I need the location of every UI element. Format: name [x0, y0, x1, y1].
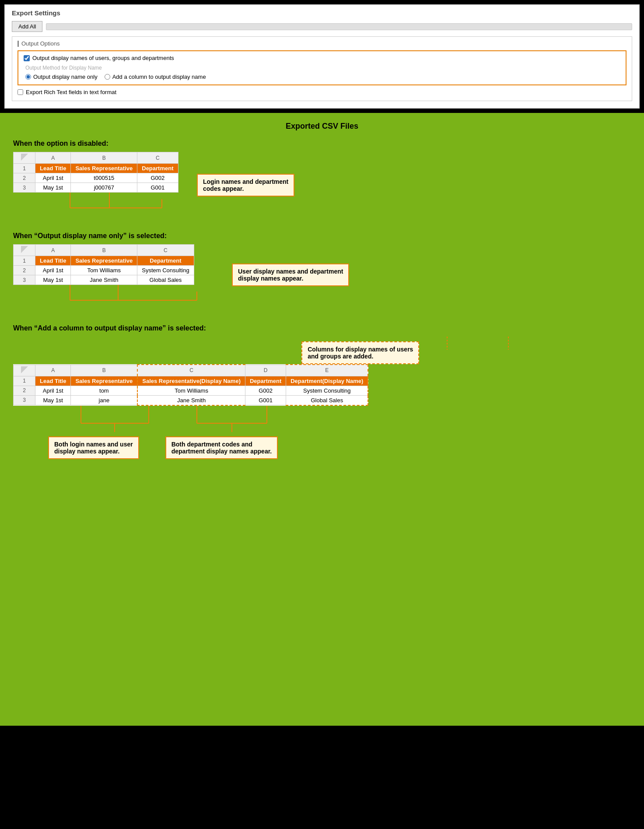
col-a-header-2: A [35, 245, 71, 256]
col-c-header: C [137, 152, 178, 164]
section-disabled: When the option is disabled: A B C [13, 140, 631, 219]
col-b-header-2: B [71, 245, 137, 256]
cell-3b-3: jane [71, 395, 137, 405]
table-row: 1 Lead Title Sales Representative Sales … [14, 376, 368, 386]
cell-3e-3: Global Sales [286, 395, 368, 405]
export-settings-panel: Export Settings Add All Output Options O… [4, 4, 640, 109]
section-add-column: When “Add a column to output display nam… [13, 324, 631, 502]
csv-files-title: Exported CSV Files [13, 122, 631, 131]
cell-2a: April 1st [35, 173, 71, 183]
table-row: 1 Lead Title Sales Representative Depart… [14, 256, 194, 266]
row-num-3: 3 [14, 275, 35, 285]
export-rich-text-row: Export Rich Text fields in text format [18, 89, 626, 95]
table-add-column: A B C D E 1 Lead Title Sales Representat… [13, 364, 368, 406]
cell-3a: May 1st [35, 183, 71, 193]
section1-heading: When the option is disabled: [13, 140, 631, 148]
cell-1b: Sales Representative [71, 164, 137, 173]
cell-1c: Department [137, 256, 194, 266]
checkbox-display-names[interactable] [24, 55, 30, 61]
cell-3a-3: May 1st [35, 395, 71, 405]
cell-2e-3: System Consulting [286, 386, 368, 395]
radio-display-name-only[interactable] [25, 74, 31, 80]
corner-header-2 [14, 245, 35, 256]
table-row: 3 May 1st j000767 G001 [14, 183, 178, 193]
cell-1a: Lead Title [35, 164, 71, 173]
radio-add-column[interactable] [105, 74, 110, 80]
cell-2c: G002 [137, 173, 178, 183]
cell-1c-3: Sales Representative(Display Name) [137, 376, 245, 386]
col-a-header: A [35, 152, 71, 164]
table-row: 2 April 1st tom Tom Williams G002 System… [14, 386, 368, 395]
table-row: 2 April 1st Tom Williams System Consulti… [14, 266, 194, 275]
checkbox-rich-text-label: Export Rich Text fields in text format [26, 89, 116, 95]
cell-3c-3: Jane Smith [137, 395, 245, 405]
row-num-1: 1 [14, 164, 35, 173]
output-options-box: Output Options Output display names of u… [12, 36, 632, 101]
col-d-header-3: D [245, 365, 286, 376]
connector-svg-2 [13, 285, 223, 311]
cell-1a-3: Lead Title [35, 376, 71, 386]
cell-1b-3: Sales Representative [71, 376, 137, 386]
cell-2c-3: Tom Williams [137, 386, 245, 395]
checkbox-display-names-row: Output display names of users, groups an… [24, 55, 620, 61]
connector-dashed-svg [421, 337, 543, 358]
green-explanation-section: Exported CSV Files When the option is di… [0, 113, 644, 726]
cell-2b: t000515 [71, 173, 137, 183]
corner-header [14, 152, 35, 164]
output-options-label: Output Options [18, 40, 626, 47]
table-row: 3 May 1st jane Jane Smith G001 Global Sa… [14, 395, 368, 405]
cell-1b: Sales Representative [71, 256, 137, 266]
row-num-2: 2 [14, 386, 35, 395]
export-settings-title: Export Settings [12, 9, 632, 17]
callout-2: User display names and department displa… [232, 263, 349, 286]
section-display-name-only: When “Output display name only” is selec… [13, 232, 631, 311]
callout-3a: Both login names and user display names … [48, 436, 139, 459]
cell-2c: System Consulting [137, 266, 194, 275]
connector-svg-1 [13, 193, 188, 219]
callout-1: Login names and department codes appear. [197, 174, 294, 197]
section2-heading: When “Output display name only” is selec… [13, 232, 631, 240]
cell-3b: j000767 [71, 183, 137, 193]
col-b-header-3: B [71, 365, 137, 376]
col-c-header-3: C [137, 365, 245, 376]
corner-header-3 [14, 365, 35, 376]
callout-3b: Both department codes and department dis… [165, 436, 278, 459]
cell-3c: G001 [137, 183, 178, 193]
cell-3b: Jane Smith [71, 275, 137, 285]
radio-display-name-only-label: Output display name only [33, 74, 98, 80]
cell-3c: Global Sales [137, 275, 194, 285]
table-row: 1 Lead Title Sales Representative Depart… [14, 164, 178, 173]
col-b-header: B [71, 152, 137, 164]
table-disabled: A B C 1 Lead Title Sales Representative … [13, 152, 178, 193]
row-num-3: 3 [14, 395, 35, 405]
output-method-label: Output Method for Display Name [25, 65, 620, 71]
row-num-1: 1 [14, 256, 35, 266]
scrollbar[interactable] [46, 23, 632, 30]
col-a-header-3: A [35, 365, 71, 376]
cell-3a: May 1st [35, 275, 71, 285]
row-num-3: 3 [14, 183, 35, 193]
cell-1d-3: Department [245, 376, 286, 386]
svg-marker-0 [21, 154, 28, 161]
checkbox-rich-text[interactable] [18, 89, 23, 95]
add-all-button[interactable]: Add All [12, 21, 42, 32]
cell-2a-3: April 1st [35, 386, 71, 395]
checkbox-display-names-label: Output display names of users, groups an… [32, 55, 174, 61]
col-e-header-3: E [286, 365, 368, 376]
row-num-1: 1 [14, 376, 35, 386]
dashed-callout: Columns for display names of users and g… [301, 341, 419, 364]
cell-1a: Lead Title [35, 256, 71, 266]
svg-marker-5 [21, 246, 28, 253]
cell-2a: April 1st [35, 266, 71, 275]
cell-2b: Tom Williams [71, 266, 137, 275]
display-name-options-box: Output display names of users, groups an… [18, 50, 626, 85]
radio-options-row: Output display name only Add a column to… [25, 74, 620, 80]
cell-3d-3: G001 [245, 395, 286, 405]
table-display-only: A B C 1 Lead Title Sales Representative … [13, 244, 194, 285]
col-c-header-2: C [137, 245, 194, 256]
cell-1c: Department [137, 164, 178, 173]
section3-heading: When “Add a column to output display nam… [13, 324, 631, 332]
table-row: 3 May 1st Jane Smith Global Sales [14, 275, 194, 285]
cell-2b-3: tom [71, 386, 137, 395]
svg-marker-12 [21, 366, 28, 373]
